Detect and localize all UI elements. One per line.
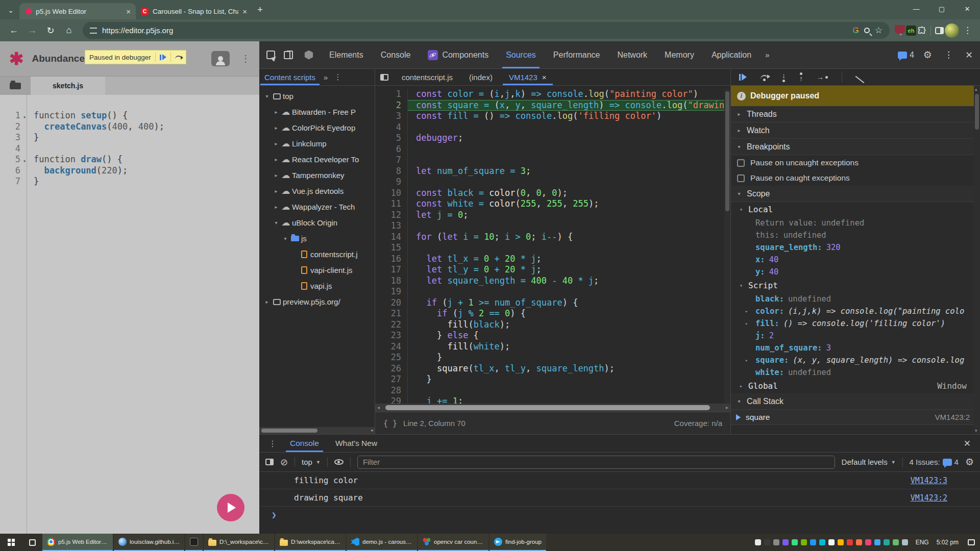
devtools-close-icon[interactable]: ✕ [965, 49, 973, 61]
scope-section-local[interactable]: ▾Local [731, 202, 980, 217]
live-expression-eye-icon[interactable] [334, 459, 344, 465]
tab-close-icon[interactable]: × [126, 7, 131, 16]
forward-icon[interactable]: → [23, 22, 41, 39]
home-icon[interactable]: ⌂ [60, 22, 78, 39]
scope-entry-white[interactable]: white:undefined [731, 366, 980, 379]
step-out-icon[interactable]: ↑ [799, 72, 803, 82]
inspect-element-icon[interactable] [266, 51, 275, 59]
taskbar-app-opencv-car-counting[interactable]: opencv car counting |... [418, 534, 488, 551]
devtools-tab-components[interactable]: Components [419, 41, 497, 68]
checkbox-unchecked[interactable] [737, 174, 745, 182]
extension-hexagon-icon[interactable] [304, 51, 313, 60]
taskbar-app-d-workspace-carou[interactable]: D:\workspace\carou... [275, 534, 346, 551]
step-icon[interactable]: → [817, 73, 828, 81]
clear-console-icon[interactable]: ⊘ [280, 458, 288, 467]
scope-entry-fill[interactable]: ▸fill:() => console.log('filling color') [731, 317, 980, 330]
more-tabs-icon[interactable]: » [760, 41, 774, 68]
sidebar-more-tabs-icon[interactable]: » [321, 69, 331, 85]
browser-menu-icon[interactable]: ⋮ [960, 25, 975, 36]
tab-close-icon[interactable]: × [242, 7, 247, 16]
clock[interactable]: 5:02 pm [933, 534, 963, 551]
checkbox-unchecked[interactable] [737, 159, 745, 167]
tray-icon[interactable] [810, 539, 816, 545]
tree-item-top[interactable]: ▾top [259, 88, 375, 104]
tree-item-contentscript-j[interactable]: contentscript.j [259, 246, 375, 262]
editor-vertical-scrollbar[interactable] [724, 89, 730, 404]
tree-item-js[interactable]: ▾js [259, 231, 375, 246]
source-location-link[interactable]: VM1423:3 [911, 476, 947, 485]
tree-item-preview-p5js-org[interactable]: ▸preview.p5js.org/ [259, 294, 375, 310]
scope-entry-j[interactable]: j:2 [731, 330, 980, 342]
ublock-extension-icon[interactable]: 1 [895, 25, 905, 36]
drawer-menu-icon[interactable]: ⋮ [264, 435, 281, 452]
tray-icon[interactable] [902, 539, 908, 545]
taskbar-app-find-job-group[interactable]: find-job-group [489, 534, 546, 551]
tree-item-bitwarden-free-p[interactable]: ▸☁Bitwarden - Free P [259, 104, 375, 120]
eh-extension-icon[interactable]: eh [906, 26, 916, 36]
file-tab-contentscript-js[interactable]: contentscript.js [394, 69, 461, 85]
devtools-tab-memory[interactable]: Memory [656, 41, 703, 68]
step-into-icon[interactable]: ↓ [782, 72, 786, 82]
reload-icon[interactable]: ↻ [42, 22, 59, 39]
devtools-settings-icon[interactable]: ⚙ [923, 49, 932, 61]
tray-icon[interactable] [893, 539, 899, 545]
scope-entry-black[interactable]: black:undefined [731, 293, 980, 305]
p5-menu-icon[interactable]: ⋮ [241, 53, 250, 64]
scroll-right-icon[interactable]: ▸ [726, 405, 728, 410]
source-location-link[interactable]: VM1423:2 [911, 493, 947, 503]
address-bar[interactable]: https://editor.p5js.org G ☆ [83, 22, 890, 39]
tray-icon[interactable] [792, 539, 798, 545]
scroll-left-icon[interactable]: ◂ [377, 405, 380, 410]
taskbar-app-louisclaw-github-io[interactable]: louisclaw.github.io (... [114, 534, 184, 551]
scope-entry-square-length[interactable]: square_length:320 [731, 241, 980, 254]
extensions-puzzle-icon[interactable] [917, 26, 926, 35]
file-tab-index[interactable]: (index) [461, 69, 501, 85]
console-prompt[interactable]: ❯ [259, 507, 980, 523]
editor-horizontal-scrollbar[interactable]: ◂ ▸ [375, 404, 730, 412]
resume-script-icon[interactable] [160, 54, 166, 60]
scope-entry-color[interactable]: ▸color:(i,j,k) => console.log("painting … [731, 305, 980, 317]
devtools-tab-performance[interactable]: Performance [545, 41, 609, 68]
javascript-context-select[interactable]: top ▼ [302, 458, 321, 466]
scope-entry-x[interactable]: x:40 [731, 254, 980, 266]
tray-icon[interactable] [874, 539, 880, 545]
window-maximize-button[interactable]: ▢ [929, 0, 954, 17]
scroll-down-icon[interactable]: ▾ [975, 428, 977, 433]
drawer-close-icon[interactable]: ✕ [960, 435, 975, 452]
toggle-navigator-icon[interactable] [375, 69, 394, 85]
window-minimize-button[interactable]: — [903, 0, 929, 17]
taskbar-app-terminal[interactable] [185, 534, 203, 551]
task-view-button[interactable] [22, 534, 42, 551]
console-issues-counter[interactable]: 4 Issues: 4 [910, 458, 959, 466]
scroll-up-icon[interactable]: ▴ [975, 87, 977, 92]
p5-sketch-tab[interactable]: sketch.js [31, 77, 105, 95]
sidebar-horizontal-scrollbar[interactable]: ▸ [259, 427, 375, 434]
scope-entry-this[interactable]: this:undefined [731, 229, 980, 241]
file-tab-close-icon[interactable]: × [542, 73, 547, 82]
tree-item-vue-js-devtools[interactable]: ▸☁Vue.js devtools [259, 183, 375, 199]
scrollbar-thumb[interactable] [725, 91, 729, 211]
tray-icon[interactable] [782, 539, 789, 545]
p5-account-button[interactable] [211, 51, 230, 66]
devtools-tab-application[interactable]: Application [703, 41, 760, 68]
devtools-tab-elements[interactable]: Elements [321, 41, 372, 68]
console-sidebar-icon[interactable] [265, 459, 274, 465]
callstack-frame-square[interactable]: squareVM1423:2 [731, 410, 980, 425]
tree-item-ublock-origin[interactable]: ▾☁uBlock Origin [259, 215, 375, 231]
p5-code-editor[interactable]: 1▾function setup() {2 createCanvas(400, … [0, 95, 259, 534]
resume-script-icon[interactable] [739, 73, 747, 81]
tray-icon[interactable] [884, 539, 890, 545]
tray-icon[interactable] [773, 539, 779, 545]
devtools-tab-network[interactable]: Network [608, 41, 656, 68]
devtools-tab-console[interactable]: Console [372, 41, 420, 68]
section-call-stack[interactable]: ▾ Call Stack [731, 393, 980, 410]
section-threads[interactable]: ▸ Threads [731, 106, 980, 122]
file-tab-vm1423[interactable]: VM1423× [501, 69, 555, 85]
scroll-right-icon[interactable]: ▸ [371, 428, 374, 433]
section-watch[interactable]: ▸ Watch [731, 122, 980, 139]
scope-section-global[interactable]: ▸GlobalWindow [731, 379, 980, 393]
issues-counter[interactable]: 4 [898, 51, 914, 60]
profile-avatar[interactable] [945, 23, 959, 38]
debugger-scrollbar[interactable]: ▴ ▾ [974, 86, 980, 434]
window-close-button[interactable]: ✕ [954, 0, 980, 17]
